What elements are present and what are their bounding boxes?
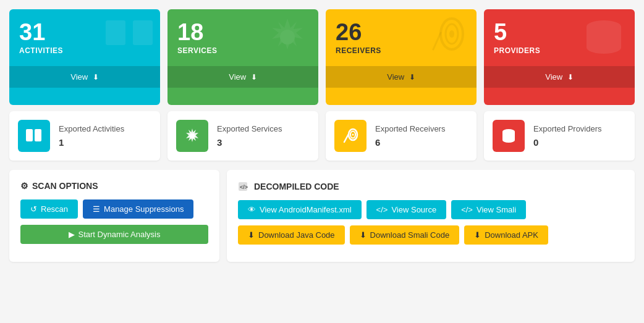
svg-point-21: [352, 134, 354, 136]
receivers-stat-card: 26 RECEIVERS View ⬇: [326, 9, 477, 105]
svg-text:A: A: [27, 132, 32, 139]
svg-rect-27: [502, 136, 515, 140]
rescan-icon: ↺: [30, 204, 37, 214]
providers-stat-card: 5 PROVIDERS View ⬇: [484, 9, 635, 105]
download-icon: ⬇: [248, 230, 255, 240]
exported-services-count: 3: [217, 137, 282, 148]
code-icon: </>: [238, 181, 250, 191]
svg-text:文: 文: [137, 27, 150, 42]
exported-receivers-title: Exported Receivers: [375, 124, 445, 135]
view-manifest-button[interactable]: 👁 View AndroidManifest.xml: [238, 200, 362, 219]
exported-providers-card: Exported Providers 0: [484, 111, 635, 161]
exported-activities-text: Exported Activities 1: [59, 124, 124, 148]
stat-cards-container: 31 ACTIVITIES A 文 View ⬇ 18 SERVICES Vie…: [0, 0, 644, 111]
svg-line-8: [433, 33, 441, 49]
activities-icon: A 文: [104, 15, 154, 59]
providers-view-arrow: ⬇: [567, 73, 574, 82]
gear-icon: ⚙: [20, 181, 28, 191]
exported-services-title: Exported Services: [217, 124, 282, 135]
play-icon: ▶: [69, 230, 75, 239]
exported-cards-container: A 文 Exported Activities 1 Exported Servi…: [0, 111, 644, 170]
rescan-button[interactable]: ↺ Rescan: [20, 199, 78, 219]
receivers-icon: [421, 15, 470, 65]
scan-options-title: ⚙ SCAN OPTIONS: [20, 181, 208, 191]
start-dynamic-analysis-button[interactable]: ▶ Start Dynamic Analysis: [20, 225, 208, 244]
download-java-button[interactable]: ⬇ Download Java Code: [238, 225, 345, 245]
services-view-button[interactable]: View ⬇: [167, 66, 318, 88]
decompiled-row2: ⬇ Download Java Code ⬇ Download Smali Co…: [238, 225, 624, 245]
activities-view-arrow: ⬇: [93, 73, 99, 82]
svg-rect-26: [502, 132, 515, 136]
download-apk-button[interactable]: ⬇ Download APK: [464, 225, 548, 245]
svg-rect-12: [587, 27, 621, 37]
providers-view-button[interactable]: View ⬇: [484, 66, 635, 88]
svg-text:A: A: [111, 23, 123, 43]
view-smali-button[interactable]: </> View Smali: [451, 200, 526, 219]
svg-rect-13: [587, 37, 621, 48]
manage-suppressions-button[interactable]: ☰ Manage Suppressions: [83, 199, 193, 219]
exported-receivers-icon: [334, 120, 366, 152]
download-smali-icon: ⬇: [360, 230, 366, 240]
decompiled-row1: 👁 View AndroidManifest.xml </> View Sour…: [238, 200, 624, 219]
list-icon: ☰: [93, 204, 100, 214]
services-icon: [263, 15, 312, 65]
exported-activities-icon: A 文: [18, 120, 50, 152]
exported-providers-text: Exported Providers 0: [533, 124, 602, 148]
receivers-view-button[interactable]: View ⬇: [326, 66, 477, 88]
activities-stat-card: 31 ACTIVITIES A 文 View ⬇: [9, 9, 160, 105]
bottom-section: ⚙ SCAN OPTIONS ↺ Rescan ☰ Manage Suppres…: [0, 170, 644, 271]
svg-text:文: 文: [35, 133, 41, 139]
decompiled-panel: </> DECOMPILED CODE 👁 View AndroidManife…: [227, 170, 635, 262]
decompiled-title: </> DECOMPILED CODE: [238, 181, 624, 191]
exported-providers-count: 0: [533, 137, 602, 148]
services-view-arrow: ⬇: [251, 73, 257, 82]
scan-options-row1: ↺ Rescan ☰ Manage Suppressions: [20, 199, 208, 219]
exported-activities-count: 1: [59, 137, 124, 148]
exported-services-icon: [176, 120, 208, 152]
code-brackets-icon: </>: [376, 205, 388, 214]
exported-providers-icon: [493, 120, 525, 152]
exported-activities-title: Exported Activities: [59, 124, 124, 135]
receivers-view-arrow: ⬇: [409, 73, 415, 82]
services-stat-card: 18 SERVICES View ⬇: [167, 9, 318, 105]
exported-receivers-count: 6: [375, 137, 445, 148]
svg-point-7: [449, 30, 454, 38]
exported-services-text: Exported Services 3: [217, 124, 282, 148]
exported-receivers-text: Exported Receivers 6: [375, 124, 445, 148]
exported-providers-title: Exported Providers: [533, 124, 602, 135]
activities-view-button[interactable]: View ⬇: [9, 66, 160, 88]
smali-code-icon: </>: [461, 205, 473, 214]
exported-services-card: Exported Services 3: [167, 111, 318, 161]
download-apk-icon: ⬇: [474, 230, 481, 240]
svg-line-22: [344, 134, 349, 142]
scan-options-panel: ⚙ SCAN OPTIONS ↺ Rescan ☰ Manage Suppres…: [9, 170, 219, 262]
download-smali-button[interactable]: ⬇ Download Smali Code: [350, 225, 460, 245]
providers-icon: [579, 15, 629, 65]
exported-activities-card: A 文 Exported Activities 1: [9, 111, 160, 161]
eye-icon: 👁: [248, 205, 256, 214]
view-source-button[interactable]: </> View Source: [366, 200, 447, 219]
svg-text:</>: </>: [240, 184, 248, 190]
exported-receivers-card: Exported Receivers 6: [326, 111, 477, 161]
